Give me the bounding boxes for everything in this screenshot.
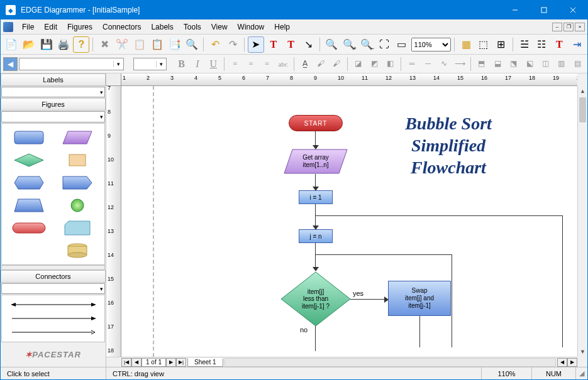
scroll-down-icon[interactable]: ▼ [578, 347, 587, 357]
prev-page-button[interactable]: ◀ [131, 358, 141, 367]
highlight-button[interactable]: 🖌 [313, 57, 328, 72]
connector-arrow-right[interactable] [4, 312, 102, 325]
arrange-2[interactable]: ⬓ [491, 57, 505, 72]
line-style-2[interactable]: ─ [421, 57, 435, 72]
shapes-scroll[interactable] [1, 265, 105, 270]
menu-figures[interactable]: Figures [62, 21, 97, 33]
node-swap[interactable]: Swapitem[j] anditem[j-1] [388, 281, 451, 316]
line-style-3[interactable]: ∿ [436, 57, 451, 72]
underline-button[interactable]: U [206, 57, 221, 72]
resize-grip-icon[interactable]: ◢ [576, 369, 587, 377]
connectors-panel-header[interactable]: Connectors [1, 270, 106, 283]
align-left-button[interactable]: ◀ [3, 57, 18, 71]
close-button[interactable] [558, 1, 587, 19]
ruler-horizontal[interactable]: 1234567891011121314151617181920 [121, 73, 577, 86]
arrange-3[interactable]: ⬔ [506, 57, 521, 72]
snap-grid-button[interactable]: ⊞ [493, 36, 509, 53]
mdi-minimize[interactable]: – [552, 23, 562, 31]
arrange-4[interactable]: ⬕ [522, 57, 536, 72]
menu-help[interactable]: Help [269, 21, 295, 33]
figures-panel-header[interactable]: Figures [1, 98, 106, 111]
shape-pill[interactable] [6, 218, 52, 238]
arrange-1[interactable]: ⬒ [474, 57, 489, 72]
canvas[interactable]: Bubble Sort Simplified Flowchart START G… [121, 86, 577, 357]
clipboard-button[interactable]: 📑 [167, 36, 183, 53]
help-button[interactable]: ? [73, 36, 89, 53]
pointer-tool[interactable]: ➤ [248, 36, 264, 53]
scroll-up-icon[interactable]: ▲ [578, 86, 587, 96]
copy-button[interactable]: 📋 [131, 36, 148, 53]
connector-tool[interactable]: ↘ [301, 36, 317, 53]
snap-obj-button[interactable]: ⬚ [475, 36, 492, 53]
shape-cylinder[interactable] [55, 241, 101, 261]
shape-diamond[interactable] [6, 150, 52, 170]
abc-button[interactable]: abc [275, 57, 290, 72]
3d-button[interactable]: ◩ [367, 57, 382, 72]
shape-slot[interactable] [6, 241, 52, 261]
arrange-5[interactable]: ◫ [538, 57, 553, 72]
arrange-6[interactable]: ▥ [554, 57, 569, 72]
shape-circle[interactable] [55, 195, 101, 215]
cut-button[interactable]: ✂️ [114, 36, 130, 53]
align-text-right[interactable]: ≡ [260, 57, 274, 72]
connector-arrow-both[interactable] [4, 298, 102, 312]
mdi-restore[interactable]: ❐ [563, 23, 574, 31]
mdi-close[interactable]: × [575, 23, 585, 31]
align-text-center[interactable]: ≡ [244, 57, 258, 72]
menu-file[interactable]: File [17, 21, 39, 33]
fill-color-combo[interactable]: ▾ [133, 58, 167, 70]
redo-button[interactable]: ↷ [225, 36, 241, 53]
gradient-button[interactable]: ◧ [383, 57, 397, 72]
menu-labels[interactable]: Labels [146, 21, 178, 33]
node-decision[interactable]: item[j]less thanitem[j-1] ? [280, 271, 352, 327]
align-button[interactable]: ☱ [516, 36, 533, 53]
shape-hexagon[interactable] [6, 173, 52, 193]
menu-edit[interactable]: Edit [39, 21, 62, 33]
grid-button[interactable]: ▦ [458, 36, 474, 53]
labels-combo[interactable]: ▾ [1, 87, 105, 97]
node-j-equals-n[interactable]: j = n [299, 229, 333, 243]
flip-button[interactable]: ⇥ [569, 36, 585, 53]
ruler-vertical[interactable]: 789101112131415161718 [106, 86, 121, 357]
scroll-left-button[interactable]: ◀ [557, 358, 567, 367]
distribute-button[interactable]: ☷ [534, 36, 550, 53]
sheet-tab-1[interactable]: Sheet 1 [187, 358, 223, 367]
line-style-4[interactable]: ⟶ [453, 57, 467, 72]
text-tool-2[interactable]: T [283, 36, 299, 53]
labels-panel-header[interactable]: Labels [1, 73, 106, 86]
shape-card[interactable] [55, 218, 101, 238]
undo-button[interactable]: ↶ [207, 36, 223, 53]
scroll-right-button[interactable]: ▶ [567, 358, 577, 367]
open-button[interactable]: 📂 [21, 36, 37, 53]
menu-window[interactable]: Window [233, 21, 270, 33]
new-button[interactable]: 📄 [3, 36, 19, 53]
italic-button[interactable]: I [190, 57, 204, 72]
shape-parallelogram[interactable] [55, 128, 101, 148]
line-style-1[interactable]: ═ [404, 57, 419, 72]
zoom-fit-button[interactable]: ⛶ [376, 36, 392, 53]
align-text-left[interactable]: ≡ [228, 57, 242, 72]
next-page-button[interactable]: ▶ [166, 358, 176, 367]
figures-combo[interactable]: ▾ [1, 111, 105, 122]
vertical-scrollbar[interactable]: ▲ ▼ [577, 86, 587, 357]
shadow-button[interactable]: ◪ [351, 57, 365, 72]
node-get-array[interactable]: Get arrayitem[1..n] [284, 149, 348, 174]
delete-button[interactable]: ✖ [96, 36, 113, 53]
last-page-button[interactable]: ▶| [176, 358, 186, 367]
find-button[interactable]: 🔍 [184, 36, 200, 53]
menu-tools[interactable]: Tools [179, 21, 206, 33]
menu-view[interactable]: View [206, 21, 233, 33]
save-button[interactable]: 💾 [38, 36, 55, 53]
menu-connectors[interactable]: Connectors [97, 21, 146, 33]
horizontal-scrollbar[interactable] [225, 358, 556, 367]
scroll-thumb[interactable] [579, 97, 586, 122]
first-page-button[interactable]: |◀ [121, 358, 131, 367]
font-combo[interactable]: ▾ [19, 58, 123, 70]
zoom-out-button[interactable]: 🔍− [358, 36, 375, 53]
node-start[interactable]: START [289, 115, 343, 131]
zoom-in-button[interactable]: 🔍+ [341, 36, 357, 53]
shape-rounded-rect[interactable] [6, 128, 52, 148]
shape-rect-small[interactable] [55, 150, 101, 170]
node-i-equals-1[interactable]: i = 1 [299, 190, 333, 204]
zoom-page-button[interactable]: ▭ [394, 36, 410, 53]
